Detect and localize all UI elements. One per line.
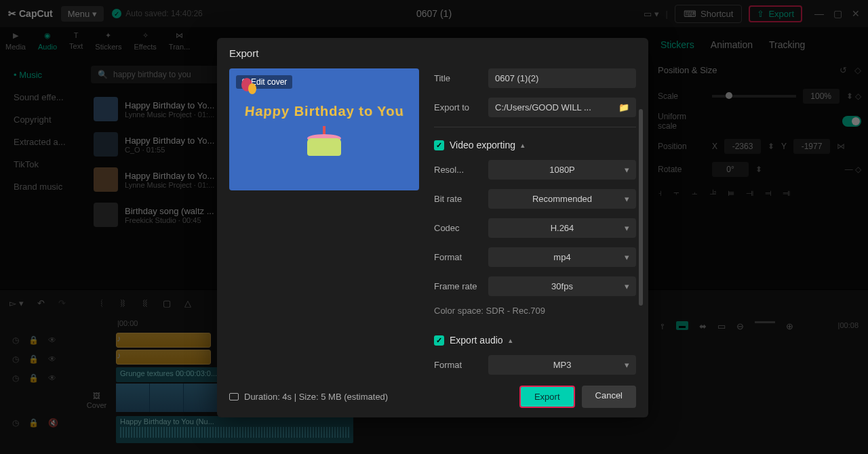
export-path-input[interactable]: C:/Users/GOOD WILL ...📁 bbox=[488, 98, 636, 117]
codec-select[interactable]: H.264 bbox=[488, 218, 636, 238]
export-preview: ✎Edit cover Happy Birthday to You bbox=[229, 68, 419, 190]
resolution-select[interactable]: 1080P bbox=[488, 160, 636, 180]
cake-icon bbox=[307, 129, 341, 156]
preview-text: Happy Birthday to You bbox=[243, 104, 404, 119]
folder-icon[interactable]: 📁 bbox=[618, 102, 629, 112]
framerate-select[interactable]: 30fps bbox=[488, 276, 636, 296]
color-space-note: Color space: SDR - Rec.709 bbox=[434, 306, 636, 316]
title-input[interactable]: 0607 (1)(2) bbox=[488, 68, 636, 88]
export-form: Title0607 (1)(2) Export toC:/Users/GOOD … bbox=[434, 68, 636, 376]
bitrate-select[interactable]: Recommended bbox=[488, 189, 636, 209]
scrollbar[interactable] bbox=[639, 109, 643, 306]
export-modal: Export ✎Edit cover Happy Birthday to You… bbox=[217, 38, 648, 417]
export-confirm-button[interactable]: Export bbox=[519, 386, 575, 408]
collapse-icon[interactable]: ▴ bbox=[521, 141, 525, 150]
cancel-button[interactable]: Cancel bbox=[582, 386, 636, 408]
video-export-checkbox[interactable]: ✓ bbox=[434, 140, 444, 150]
audio-export-checkbox[interactable]: ✓ bbox=[434, 335, 444, 346]
format-select[interactable]: mp4 bbox=[488, 247, 636, 267]
modal-title: Export bbox=[217, 38, 648, 68]
film-icon bbox=[229, 393, 239, 400]
duration-info: Duration: 4s | Size: 5 MB (estimated) bbox=[229, 392, 388, 402]
collapse-icon[interactable]: ▴ bbox=[509, 336, 513, 345]
balloon-icon bbox=[248, 83, 256, 94]
audio-format-select[interactable]: MP3 bbox=[488, 355, 636, 375]
